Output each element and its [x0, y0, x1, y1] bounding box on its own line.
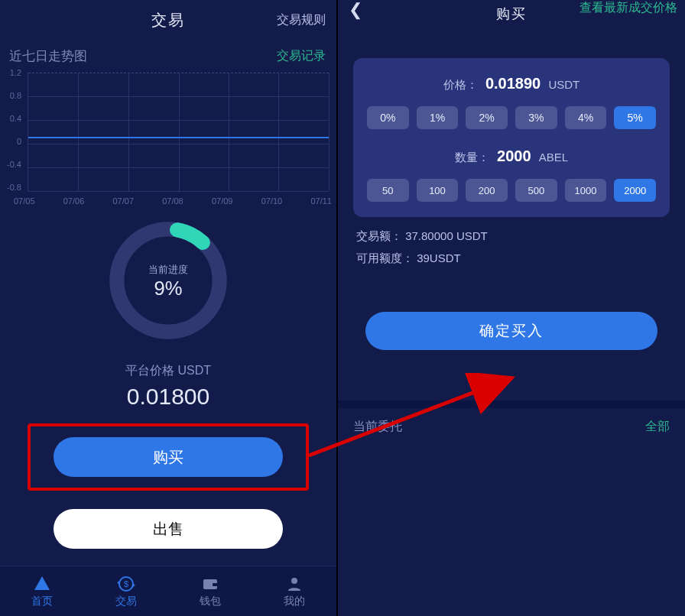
chart-x-axis: 07/05 07/06 07/07 07/08 07/09 07/10 07/1… [14, 196, 332, 206]
qty-chip-1000[interactable]: 1000 [565, 179, 607, 202]
confirm-buy-button[interactable]: 确定买入 [365, 312, 657, 350]
qty-chips: 50 100 200 500 1000 2000 [367, 179, 656, 202]
qty-row: 数量： 2000 ABEL [367, 148, 656, 165]
price-row: 价格： 0.01890 USDT [367, 75, 656, 92]
rules-link[interactable]: 交易规则 [277, 12, 326, 28]
profile-icon [285, 575, 304, 593]
tab-home[interactable]: 首页 [0, 566, 84, 616]
chart-line [28, 137, 329, 138]
order-card: 价格： 0.01890 USDT 0% 1% 2% 3% 4% 5% 数量： 2… [353, 58, 670, 217]
buy-highlight-box: 购买 [28, 423, 309, 491]
svg-point-6 [291, 578, 297, 584]
qty-chip-2000[interactable]: 2000 [614, 179, 656, 202]
avail-line: 可用额度： 39USDT [356, 251, 667, 266]
chart-y-axis: 1.2 0.8 0.4 0 -0.4 -0.8 [5, 68, 21, 192]
right-header: ❮ 购买 查看最新成交价格 [338, 0, 685, 28]
latest-price-link[interactable]: 查看最新成交价格 [579, 0, 677, 16]
donut-icon: 当前进度 9% [107, 219, 229, 342]
svg-rect-5 [213, 583, 218, 586]
left-header: 交易 交易规则 [0, 0, 336, 40]
donut-label: 当前进度 [148, 264, 188, 275]
buy-button[interactable]: 购买 [54, 437, 283, 477]
progress-donut: 当前进度 9% [0, 219, 336, 342]
trend-label: 近七日走势图 [9, 47, 87, 65]
pct-chip-2[interactable]: 2% [466, 106, 508, 129]
qty-chip-100[interactable]: 100 [417, 179, 459, 202]
qty-chip-200[interactable]: 200 [466, 179, 508, 202]
trade-record-link[interactable]: 交易记录 [277, 48, 326, 64]
orders-all-link[interactable]: 全部 [645, 419, 670, 435]
chart-grid [28, 73, 329, 192]
orders-label: 当前委托 [353, 419, 402, 435]
tab-mine[interactable]: 我的 [252, 566, 336, 616]
home-icon [33, 575, 51, 593]
platform-price-label: 平台价格 USDT [0, 363, 336, 379]
section-divider [338, 400, 685, 408]
page-title: 购买 [496, 5, 527, 23]
avail-value: 39USDT [417, 251, 461, 264]
back-icon[interactable]: ❮ [349, 0, 362, 20]
wallet-icon [201, 575, 219, 593]
orders-header: 当前委托 全部 [338, 408, 685, 446]
bottom-tabbar: 首页 $ 交易 钱包 我的 [0, 566, 336, 616]
pct-chip-0[interactable]: 0% [367, 106, 409, 129]
amount-line: 交易额： 37.80000 USDT [356, 229, 667, 244]
subheader: 近七日走势图 交易记录 [0, 40, 336, 68]
qty-value: 2000 [497, 148, 531, 164]
trade-icon: $ [117, 575, 135, 593]
pct-chip-5[interactable]: 5% [614, 106, 656, 129]
sell-button[interactable]: 出售 [54, 509, 283, 549]
platform-price-value: 0.01800 [0, 384, 336, 410]
amount-value: 37.80000 USDT [405, 229, 488, 242]
donut-percent: 9% [154, 277, 183, 299]
meta-info: 交易额： 37.80000 USDT 可用额度： 39USDT [338, 229, 685, 274]
percent-chips: 0% 1% 2% 3% 4% 5% [367, 106, 656, 129]
pct-chip-1[interactable]: 1% [417, 106, 459, 129]
page-title: 交易 [151, 10, 185, 31]
pct-chip-4[interactable]: 4% [565, 106, 607, 129]
price-value: 0.01890 [485, 75, 541, 92]
qty-chip-500[interactable]: 500 [515, 179, 557, 202]
tab-wallet[interactable]: 钱包 [168, 566, 252, 616]
qty-chip-50[interactable]: 50 [367, 179, 409, 202]
tab-trade[interactable]: $ 交易 [84, 566, 168, 616]
chart-area: 1.2 0.8 0.4 0 -0.4 -0.8 07/05 07/06 07/0… [0, 68, 336, 206]
pct-chip-3[interactable]: 3% [515, 106, 557, 129]
svg-text:$: $ [124, 579, 128, 588]
